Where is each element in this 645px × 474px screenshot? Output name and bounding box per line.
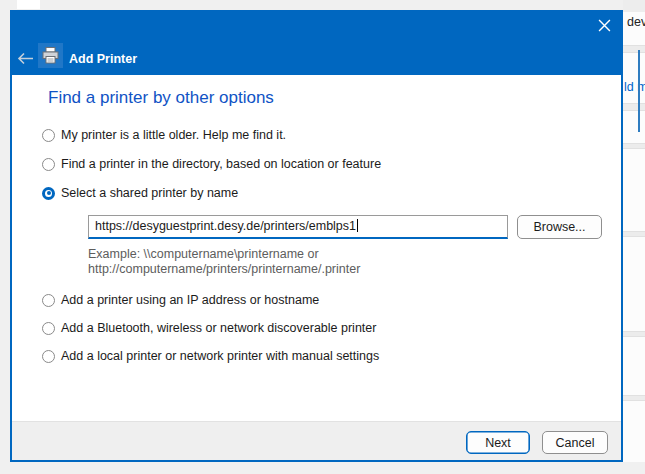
browse-button[interactable]: Browse... bbox=[517, 215, 602, 239]
background-separator bbox=[623, 103, 645, 111]
radio-icon[interactable] bbox=[42, 322, 55, 335]
background-link-fragment[interactable]: ld m bbox=[624, 80, 645, 94]
option-label: Add a local printer or network printer w… bbox=[61, 349, 379, 363]
text-caret bbox=[357, 219, 358, 232]
close-icon[interactable] bbox=[592, 13, 616, 37]
shared-printer-url-input[interactable]: https://desyguestprint.desy.de/printers/… bbox=[88, 215, 508, 239]
example-hint-text: Example: \\computername\printername or h… bbox=[88, 247, 360, 277]
option-label: My printer is a little older. Help me fi… bbox=[61, 128, 286, 142]
option-ip-address[interactable]: Add a printer using an IP address or hos… bbox=[42, 292, 319, 308]
radio-icon[interactable] bbox=[42, 294, 55, 307]
background-text-dev: dev bbox=[627, 15, 645, 29]
example-line-1: Example: \\computername\printername or bbox=[88, 247, 360, 262]
background-band bbox=[623, 0, 645, 12]
background-separator bbox=[623, 331, 645, 337]
radio-icon[interactable] bbox=[42, 350, 55, 363]
url-input-value: https://desyguestprint.desy.de/printers/… bbox=[95, 219, 356, 233]
background-separator bbox=[623, 143, 645, 149]
option-bluetooth-wireless[interactable]: Add a Bluetooth, wireless or network dis… bbox=[42, 320, 376, 336]
radio-icon[interactable] bbox=[42, 158, 55, 171]
background-separator bbox=[623, 395, 645, 401]
dialog-footer: Next Cancel bbox=[12, 421, 621, 460]
background-window-fragment-top bbox=[17, 0, 40, 9]
background-separator bbox=[623, 45, 645, 53]
option-older-printer[interactable]: My printer is a little older. Help me fi… bbox=[42, 127, 286, 143]
add-printer-dialog: Add Printer Find a printer by other opti… bbox=[10, 10, 623, 462]
option-label: Add a Bluetooth, wireless or network dis… bbox=[61, 321, 376, 335]
background-window-edge bbox=[638, 50, 640, 132]
dialog-titlebar: Add Printer bbox=[12, 12, 621, 75]
cancel-button[interactable]: Cancel bbox=[542, 431, 608, 454]
option-label: Find a printer in the directory, based o… bbox=[61, 157, 381, 171]
option-label: Select a shared printer by name bbox=[61, 186, 238, 200]
example-line-2: http://computername/printers/printername… bbox=[88, 262, 360, 277]
option-directory-printer[interactable]: Find a printer in the directory, based o… bbox=[42, 156, 381, 172]
dialog-title: Add Printer bbox=[69, 52, 137, 66]
printer-icon bbox=[38, 43, 63, 68]
option-label: Add a printer using an IP address or hos… bbox=[61, 293, 319, 307]
background-separator bbox=[623, 231, 645, 237]
next-button[interactable]: Next bbox=[466, 431, 530, 454]
background-window-fragment-right: dev ld m bbox=[623, 0, 645, 462]
option-local-manual[interactable]: Add a local printer or network printer w… bbox=[42, 348, 379, 364]
radio-icon-selected[interactable] bbox=[42, 187, 55, 200]
radio-icon[interactable] bbox=[42, 129, 55, 142]
back-arrow-icon[interactable] bbox=[16, 50, 34, 66]
option-shared-printer[interactable]: Select a shared printer by name bbox=[42, 185, 238, 201]
page-title: Find a printer by other options bbox=[48, 88, 274, 108]
